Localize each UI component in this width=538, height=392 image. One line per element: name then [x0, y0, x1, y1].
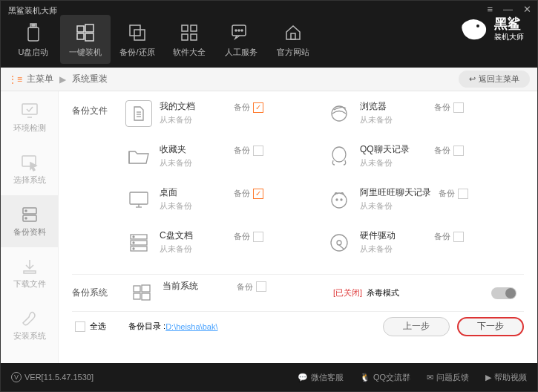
side-select[interactable]: 选择系统 [1, 143, 58, 195]
checkbox-fav[interactable] [253, 146, 263, 156]
item-qq: QQ聊天记录 [360, 143, 427, 156]
windows-small-icon [128, 280, 155, 307]
nav-onekey[interactable]: 一键装机 [60, 15, 111, 64]
svg-rect-50 [142, 293, 150, 300]
svg-rect-12 [182, 34, 188, 40]
svg-point-26 [25, 218, 27, 219]
kill-label: 杀毒模式 [367, 287, 399, 298]
svg-rect-48 [142, 285, 150, 292]
svg-point-19 [476, 24, 479, 27]
nav-software[interactable]: 软件大全 [164, 15, 214, 64]
wrench-icon [20, 310, 39, 327]
svg-point-42 [133, 242, 134, 244]
svg-rect-13 [191, 34, 197, 40]
nav-usb[interactable]: U盘启动 [8, 15, 59, 64]
checkbox-ww[interactable] [458, 189, 468, 199]
svg-rect-18 [291, 33, 295, 39]
section-system-label: 备份系统 [72, 287, 108, 299]
svg-rect-47 [134, 286, 140, 292]
document-icon [125, 100, 152, 127]
nav-website[interactable]: 官方网站 [268, 15, 318, 64]
monitor-icon [125, 186, 152, 213]
svg-point-25 [25, 210, 27, 212]
svg-rect-10 [182, 25, 188, 31]
svg-rect-49 [134, 293, 140, 299]
svg-rect-9 [134, 30, 145, 40]
svg-rect-11 [191, 25, 197, 31]
item-fav: 收藏夹 [160, 143, 226, 156]
menu-icon[interactable]: ≡ [487, 4, 493, 15]
dir-label: 备份目录 : [128, 321, 165, 332]
server-stack-icon [125, 229, 152, 256]
back-arrow-icon: ↩ [469, 74, 476, 84]
version-icon: V [11, 372, 22, 382]
ie-icon [326, 100, 352, 127]
svg-point-43 [133, 248, 134, 249]
prev-button[interactable]: 上一步 [383, 317, 450, 336]
section-files-label: 备份文件 [72, 105, 108, 117]
download-icon [20, 258, 39, 275]
windows-icon [74, 22, 96, 44]
folder-icon [125, 143, 152, 170]
checkbox-selectall[interactable] [75, 321, 85, 332]
crumb-sep: ▶ [59, 74, 66, 85]
nav-backup[interactable]: 备份/还原 [112, 15, 163, 64]
kill-status: [已关闭] [333, 287, 362, 298]
harddisk-icon [326, 229, 352, 256]
grid-icon [178, 22, 200, 44]
back-button[interactable]: ↩返回主菜单 [459, 71, 530, 88]
feedback-icon: ✉ [427, 373, 433, 382]
checkbox-cdisk[interactable] [253, 232, 263, 242]
side-download[interactable]: 下载文件 [1, 247, 58, 299]
footer-qq[interactable]: 🐧QQ交流群 [360, 372, 410, 383]
svg-rect-3 [34, 24, 36, 26]
footer-help[interactable]: ▶帮助视频 [485, 372, 527, 383]
svg-rect-6 [77, 33, 84, 39]
svg-point-37 [341, 199, 342, 200]
svg-point-45 [337, 241, 341, 245]
side-data[interactable]: 备份资料 [1, 195, 58, 247]
dir-path[interactable]: D:\heisha\bak\ [165, 322, 217, 331]
item-hw: 硬件驱动 [360, 229, 427, 242]
item-docs: 我的文档 [160, 100, 226, 113]
wangwang-icon [326, 186, 352, 213]
shark-icon [459, 16, 490, 44]
close-icon[interactable]: ✕ [523, 4, 531, 15]
side-install[interactable]: 安装系统 [1, 299, 58, 351]
cursor-icon [20, 154, 39, 172]
next-button[interactable]: 下一步 [457, 317, 524, 336]
checkbox-browser[interactable] [453, 102, 464, 113]
checkbox-desktop[interactable]: ✓ [253, 189, 263, 199]
qq-small-icon: 🐧 [360, 373, 370, 382]
checkbox-hw[interactable] [453, 232, 464, 242]
window-title: 黑鲨装机大师 [8, 5, 57, 16]
svg-rect-4 [77, 26, 84, 32]
footer-feedback[interactable]: ✉问题反馈 [427, 372, 469, 383]
svg-point-44 [331, 235, 347, 251]
list-icon: ⋮≡ [8, 74, 22, 85]
crumb-main[interactable]: 主菜单 [27, 73, 53, 85]
version-text: VER[11.5.47.1530] [24, 373, 94, 382]
item-browser: 浏览器 [360, 100, 427, 113]
kill-toggle[interactable] [491, 287, 516, 299]
svg-point-35 [332, 193, 347, 208]
svg-rect-8 [130, 25, 140, 36]
checkbox-qq[interactable] [453, 146, 464, 156]
checkbox-docs[interactable]: ✓ [253, 102, 263, 113]
svg-rect-7 [85, 33, 94, 41]
svg-point-16 [238, 30, 240, 31]
wechat-icon: 💬 [298, 373, 308, 382]
item-desktop: 桌面 [160, 186, 226, 199]
svg-point-15 [235, 30, 237, 31]
side-env[interactable]: 环境检测 [1, 91, 58, 143]
item-cdisk: C盘文档 [160, 229, 226, 242]
home-icon [282, 22, 304, 44]
minimize-icon[interactable]: — [503, 4, 513, 15]
footer-wechat[interactable]: 💬微信客服 [298, 372, 344, 383]
svg-point-31 [332, 147, 346, 162]
svg-rect-5 [85, 24, 94, 32]
svg-point-41 [133, 236, 134, 238]
checkbox-cursys[interactable] [256, 281, 266, 292]
monitor-check-icon [20, 102, 39, 120]
nav-service[interactable]: 人工服务 [216, 15, 266, 64]
